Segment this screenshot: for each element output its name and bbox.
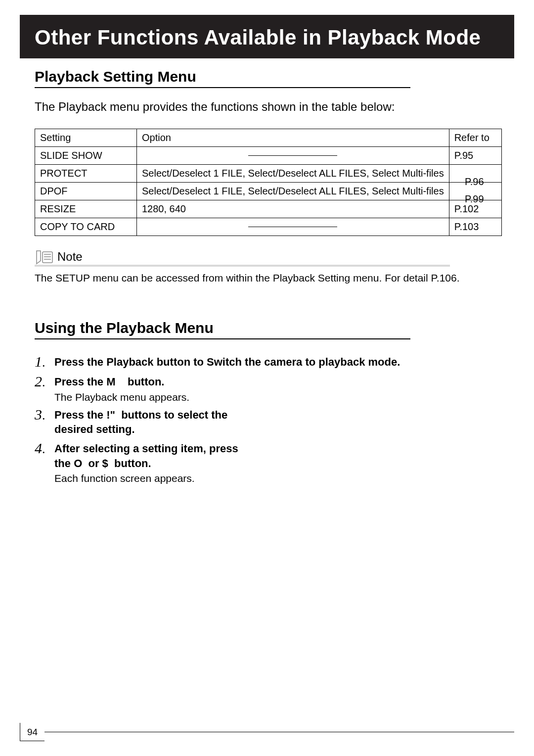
col-header-setting: Setting <box>35 129 137 147</box>
table-row: COPY TO CARD P.103 <box>35 218 502 236</box>
col-header-refer: Refer to <box>449 129 501 147</box>
cell-option: Select/Deselect 1 FILE, Select/Deselect … <box>137 183 449 200</box>
step-subtext: Each function screen appears. <box>54 472 252 484</box>
step-number: 2. <box>35 373 54 390</box>
step-4: 4. After selecting a setting item, press… <box>35 440 514 484</box>
cell-option: Select/Deselect 1 FILE, Select/Deselect … <box>137 165 449 183</box>
table-row: RESIZE 1280, 640 P.102 <box>35 200 502 218</box>
step-content: Press the !" buttons to select the desir… <box>54 406 252 437</box>
steps-list: 1. Press the Playback button to Switch t… <box>35 353 514 484</box>
cell-setting: DPOF <box>35 183 137 200</box>
page-footer: 94 <box>20 723 514 741</box>
step-title: After selecting a setting item, press th… <box>54 441 252 471</box>
cell-refer: P.95 <box>449 147 501 165</box>
chapter-header: Other Functions Available in Playback Mo… <box>20 15 514 58</box>
step-title: Press the Playback button to Switch the … <box>54 355 400 370</box>
cell-setting: COPY TO CARD <box>35 218 137 236</box>
table-header-row: Setting Option Refer to <box>35 129 502 147</box>
step-subtext: The Playback menu appears. <box>54 391 189 403</box>
page-number: 94 <box>20 723 44 741</box>
page: Other Functions Available in Playback Mo… <box>0 0 534 756</box>
step-number: 4. <box>35 440 54 457</box>
section-heading-playback-setting: Playback Setting Menu <box>35 68 514 85</box>
right-button-glyph: $ <box>102 457 108 470</box>
section-heading-using-menu: Using the Playback Menu <box>35 320 514 336</box>
overflow-refer-dpof: P.99 <box>465 193 484 205</box>
cell-setting: SLIDE SHOW <box>35 147 137 165</box>
step-title: Press the !" buttons to select the desir… <box>54 408 252 437</box>
cell-setting: PROTECT <box>35 165 137 183</box>
step-number: 3. <box>35 406 54 423</box>
footer-rule <box>44 732 514 732</box>
section-intro: The Playback menu provides the functions… <box>35 100 514 114</box>
section-rule <box>35 87 410 88</box>
step-number: 1. <box>35 353 54 370</box>
note-header: Note <box>35 250 450 267</box>
cell-option: 1280, 640 <box>137 200 449 218</box>
table-row: PROTECT Select/Deselect 1 FILE, Select/D… <box>35 165 502 183</box>
step-content: Press the M button. The Playback menu ap… <box>54 373 189 403</box>
table-row: DPOF Select/Deselect 1 FILE, Select/Dese… <box>35 183 502 200</box>
cell-option <box>137 218 449 236</box>
updown-buttons-glyph: !" <box>106 409 115 421</box>
ok-button-glyph: O <box>74 457 82 470</box>
note-body: The SETUP menu can be accessed from with… <box>35 271 514 285</box>
step-3: 3. Press the !" buttons to select the de… <box>35 406 514 437</box>
empty-option-line <box>248 227 337 227</box>
chapter-title: Other Functions Available in Playback Mo… <box>35 26 499 49</box>
note-label: Note <box>57 250 83 265</box>
table-row: SLIDE SHOW P.95 <box>35 147 502 165</box>
section-rule <box>35 338 410 339</box>
step-title: Press the M button. <box>54 375 189 389</box>
cell-refer: P.103 <box>449 218 501 236</box>
cell-option <box>137 147 449 165</box>
empty-option-line <box>248 155 337 156</box>
settings-table: Setting Option Refer to SLIDE SHOW P.95 … <box>35 129 502 236</box>
menu-button-glyph: M <box>106 376 115 388</box>
col-header-option: Option <box>137 129 449 147</box>
step-2: 2. Press the M button. The Playback menu… <box>35 373 514 403</box>
svg-rect-0 <box>43 252 52 263</box>
step-content: After selecting a setting item, press th… <box>54 440 252 484</box>
step-1: 1. Press the Playback button to Switch t… <box>35 353 514 370</box>
step-content: Press the Playback button to Switch the … <box>54 353 400 370</box>
note-icon <box>35 250 54 265</box>
overflow-refer-protect: P.96 <box>465 176 484 188</box>
cell-setting: RESIZE <box>35 200 137 218</box>
note-block: Note The SETUP menu can be accessed from… <box>35 250 514 285</box>
